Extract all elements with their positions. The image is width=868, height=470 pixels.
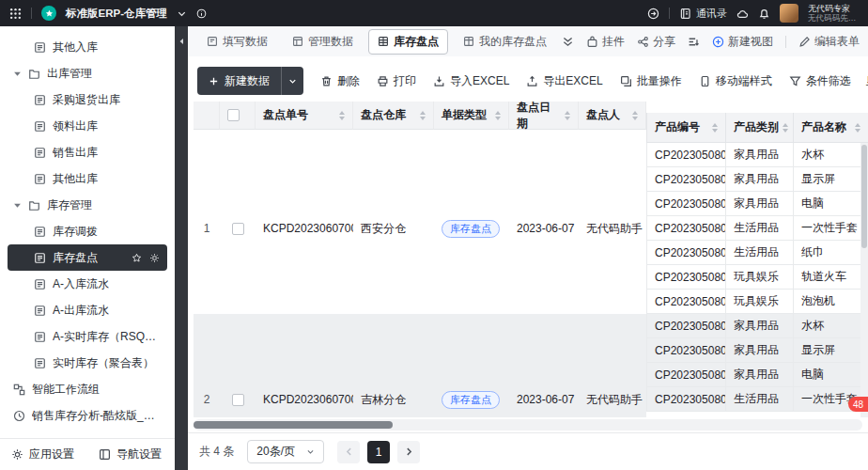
delete-button[interactable]: 删除 [320, 73, 360, 89]
table-row[interactable]: 1 KCPD2023060700001 西安分仓 库存盘点 2023-06-07… [194, 143, 868, 314]
nav-settings-button[interactable]: 导航设置 [99, 446, 162, 462]
pagination-bar: 共 4 条 20条/页 1 [188, 432, 868, 470]
caret-down-icon [13, 201, 22, 210]
sort-icon[interactable] [632, 111, 638, 120]
cell-product-category: 玩具娱乐 [725, 265, 793, 290]
row-index: 2 [194, 314, 220, 417]
sidebar-item-purchase-return-outbound[interactable]: 采购退货出库 [8, 86, 167, 113]
print-button[interactable]: 打印 [377, 73, 416, 89]
topbar-divider [669, 8, 670, 19]
sidebar-item-other-outbound[interactable]: 其他出库 [8, 165, 167, 192]
sidebar-item-label: A-入库流水 [53, 276, 109, 292]
notification-badge[interactable]: 48 [848, 397, 868, 412]
sort-icon[interactable] [565, 111, 570, 120]
product-row: CP20230508000 家具用品 水杯 [646, 314, 868, 338]
sidebar-item-sales-outbound[interactable]: 销售出库 [8, 139, 167, 165]
vertical-scrollbar-thumb[interactable] [861, 145, 867, 248]
info-icon[interactable] [196, 8, 207, 19]
column-header-warehouse[interactable]: 盘点仓库 [353, 102, 434, 130]
column-header-product-category[interactable]: 产品类别 [725, 113, 793, 143]
cell-product-code: CP20230508000 [646, 216, 725, 241]
new-data-dropdown[interactable] [281, 67, 303, 95]
sidebar-item-a-realtime-inventory-rsql[interactable]: A-实时库存（RSQL） [8, 323, 167, 350]
import-excel-button[interactable]: 导入EXCEL [433, 73, 509, 89]
sort-icon[interactable] [855, 123, 860, 133]
collapse-sidebar-button[interactable] [175, 26, 188, 470]
product-row: CP20230508000 家具用品 显示屏 [646, 167, 868, 192]
sidebar-item-inventory-mgmt[interactable]: 库存管理 [8, 192, 167, 218]
arrow-left-icon [178, 38, 185, 45]
cell-product-category: 家具用品 [725, 143, 793, 167]
sidebar-item-other-inbound[interactable]: 其他入库 [8, 34, 167, 60]
bell-icon[interactable] [758, 8, 770, 20]
sidebar-item-inventory-check[interactable]: 库存盘点 [8, 244, 167, 271]
table-row[interactable]: 2 KCPD2023060700002 吉林分仓 库存盘点 2023-06-07… [194, 314, 868, 417]
sidebar-item-a-outbound-flow[interactable]: A-出库流水 [8, 297, 167, 323]
column-header-product-code[interactable]: 产品编号 [646, 113, 725, 143]
sort-icon[interactable] [420, 111, 426, 120]
tab-inventory-check[interactable]: 库存盘点 [368, 29, 448, 55]
chevron-left-icon [345, 447, 353, 456]
cell-product-name: 电脑 [793, 192, 868, 216]
sidebar-item-realtime-inventory-agg[interactable]: 实时库存（聚合表） [8, 350, 167, 376]
batch-ops-button[interactable]: 批量操作 [620, 73, 682, 89]
widget-button[interactable]: 挂件 [586, 34, 625, 50]
page-size-select[interactable]: 20条/页 [247, 440, 324, 463]
sort-icon[interactable] [495, 111, 501, 120]
edit-form-button[interactable]: 编辑表单 [798, 34, 860, 50]
select-all-checkbox[interactable] [227, 109, 240, 121]
row-checkbox[interactable] [232, 394, 244, 406]
prev-page-button[interactable] [337, 441, 360, 463]
sidebar-item-material-outbound[interactable]: 领料出库 [8, 113, 167, 139]
tab-my-inventory-check[interactable]: 我的库存盘点 [454, 29, 556, 55]
manage-table-icon [292, 36, 303, 47]
mobile-style-button[interactable]: 移动端样式 [699, 73, 772, 89]
contacts-button[interactable]: 通讯录 [679, 7, 727, 21]
tab-manage-data[interactable]: 管理数据 [283, 29, 363, 55]
column-header-product-name[interactable]: 产品名称 [793, 113, 868, 143]
sidebar-footer: 应用设置 导航设置 [0, 438, 175, 470]
new-data-split-button[interactable]: 新建数据 [197, 67, 303, 95]
cloud-icon[interactable] [736, 8, 749, 20]
form-edit-icon [207, 36, 218, 47]
gear-icon[interactable] [149, 253, 160, 263]
horizontal-scrollbar[interactable] [194, 419, 862, 431]
column-header-order-no[interactable]: 盘点单号 [256, 102, 353, 130]
sidebar-item-outbound-mgmt[interactable]: 出库管理 [8, 60, 167, 86]
share-button[interactable]: 分享 [637, 34, 675, 50]
column-header-date[interactable]: 盘点日期 [509, 102, 579, 130]
sidebar-item-inventory-transfer[interactable]: 库存调拨 [8, 218, 167, 244]
layout-icon [99, 448, 111, 461]
apps-grid-icon[interactable] [9, 8, 22, 20]
avatar[interactable] [780, 4, 798, 23]
sort-icon[interactable] [712, 123, 718, 133]
form-icon [34, 357, 46, 369]
sidebar-item-smart-workflow-group[interactable]: 智能工作流组 [8, 376, 167, 402]
forward-circle-icon[interactable] [647, 8, 659, 20]
cell-warehouse: 西安分仓 [353, 143, 434, 314]
form-icon [34, 173, 46, 185]
current-page-button[interactable]: 1 [367, 441, 390, 463]
filter-button[interactable]: 条件筛选 [789, 73, 851, 89]
next-page-button[interactable] [397, 441, 420, 463]
sort-icon[interactable] [339, 111, 345, 120]
user-info[interactable]: 无代码专家 无代码码先… [808, 4, 859, 24]
row-checkbox[interactable] [232, 223, 244, 235]
star-icon[interactable] [132, 253, 142, 263]
column-header-person[interactable]: 盘点人 [579, 102, 646, 130]
new-view-button[interactable]: 新建视图 [712, 34, 773, 50]
cell-product-code: CP20230508000 [646, 387, 725, 412]
sidebar-item-sales-inventory-analysis[interactable]: 销售库存分析-酷炫版_copy [8, 402, 167, 429]
double-chevron-down-icon[interactable] [562, 36, 574, 48]
app-settings-button[interactable]: 应用设置 [11, 446, 74, 462]
export-excel-button[interactable]: 导出EXCEL [526, 73, 602, 89]
product-row: CP20230508000 家具用品 电脑 [646, 192, 868, 216]
view-sort-icon[interactable] [688, 36, 700, 48]
horizontal-scrollbar-thumb[interactable] [194, 421, 393, 429]
tab-fill-data[interactable]: 填写数据 [197, 29, 277, 55]
sidebar-item-a-inbound-flow[interactable]: A-入库流水 [8, 271, 167, 297]
vertical-scrollbar[interactable] [860, 143, 868, 417]
sort-icon[interactable] [783, 123, 788, 133]
chevron-down-icon[interactable] [177, 8, 187, 19]
column-header-doc-type[interactable]: 单据类型 [434, 102, 509, 130]
